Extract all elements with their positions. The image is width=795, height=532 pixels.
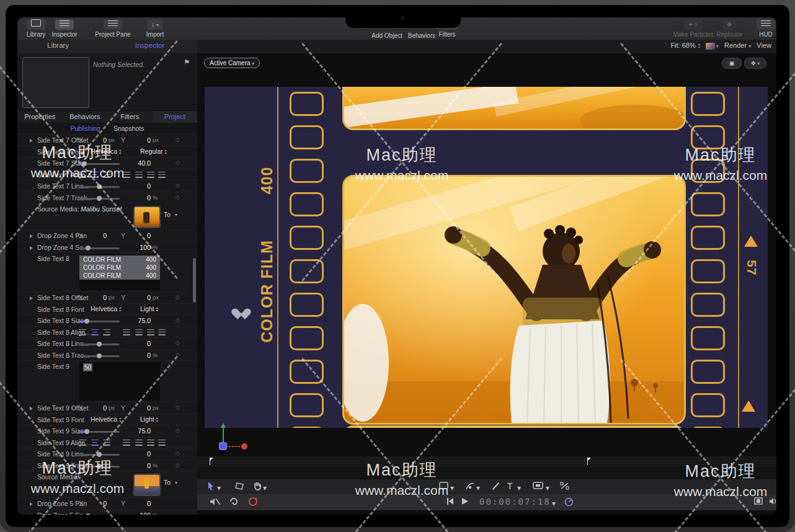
audio-mute-icon[interactable]	[210, 497, 221, 506]
slider-track[interactable]	[79, 454, 120, 456]
keyframe-icon[interactable]: ◇	[175, 159, 180, 166]
slider-track[interactable]	[79, 355, 120, 357]
align-button[interactable]	[123, 440, 131, 446]
slider-track[interactable]	[79, 186, 120, 188]
align-button[interactable]	[91, 440, 99, 446]
tab-properties[interactable]: Properties	[17, 111, 63, 123]
font-face-popup[interactable]: Light▴▾	[140, 415, 161, 423]
slider-track[interactable]	[79, 321, 120, 322]
slider-thumb[interactable]	[97, 342, 102, 347]
tab-project[interactable]: Project	[153, 111, 198, 123]
font-family-popup[interactable]: Helvetica▴▾	[91, 305, 123, 313]
loop-icon[interactable]	[228, 497, 239, 506]
keyframe-icon[interactable]: ◇	[175, 317, 180, 323]
playback-speed-icon[interactable]	[564, 497, 574, 506]
subtab-publishing[interactable]: Publishing	[71, 125, 100, 132]
to-popup[interactable]: To	[164, 211, 171, 218]
align-button[interactable]	[135, 440, 143, 446]
film-frame-icon[interactable]	[754, 497, 763, 505]
slider-track[interactable]	[79, 466, 120, 468]
disclosure-triangle[interactable]	[30, 296, 33, 300]
hand-tool[interactable]	[253, 482, 262, 490]
align-button[interactable]	[91, 329, 99, 335]
tab-inspector[interactable]: Inspector	[135, 42, 164, 49]
align-button[interactable]	[102, 440, 110, 446]
align-button[interactable]	[146, 329, 154, 335]
x-value-field[interactable]: 0	[82, 294, 107, 301]
slider-value-field[interactable]: 100	[126, 512, 151, 515]
align-button[interactable]	[79, 329, 87, 335]
slider-value-field[interactable]: 0	[126, 194, 151, 202]
timeline-marker[interactable]	[587, 458, 588, 465]
disclosure-triangle[interactable]	[30, 502, 33, 506]
slider-value-field[interactable]: 75.0	[126, 317, 151, 324]
align-button[interactable]	[79, 172, 87, 178]
slider-thumb[interactable]	[97, 464, 102, 469]
tab-filters[interactable]: Filters	[107, 111, 153, 123]
keyframe-icon[interactable]: ◇	[175, 136, 180, 143]
shape-tool[interactable]	[439, 482, 448, 489]
slider-value-field[interactable]: 75.0	[126, 427, 151, 435]
font-face-popup[interactable]: Regular▴▾	[140, 148, 169, 155]
pan-view-button[interactable]: ✥ ▾	[744, 58, 766, 69]
text-entry-box[interactable]: 50	[79, 362, 160, 401]
y-value-field[interactable]: 0	[126, 294, 151, 301]
align-button[interactable]	[158, 172, 166, 178]
align-button[interactable]	[158, 329, 166, 335]
align-button[interactable]	[135, 172, 143, 178]
media-thumbnail[interactable]	[133, 474, 161, 496]
render-menu[interactable]: Render ▾	[724, 42, 751, 49]
y-value-field[interactable]: 0	[126, 404, 151, 412]
disclosure-triangle[interactable]	[30, 514, 33, 515]
slice-tool[interactable]	[560, 482, 569, 490]
slider-thumb[interactable]	[97, 196, 102, 201]
slider-track[interactable]	[79, 431, 120, 433]
y-value-field[interactable]: 0	[126, 232, 151, 239]
slider-thumb[interactable]	[97, 353, 102, 358]
pen-tool[interactable]	[465, 482, 475, 490]
mask-tool-chevron[interactable]: ▾	[546, 484, 549, 492]
y-value-field[interactable]: 0	[126, 136, 151, 144]
inspector-button[interactable]: Inspector	[50, 19, 79, 38]
align-button[interactable]	[123, 172, 131, 178]
font-family-popup[interactable]: Helvetica▴▾	[91, 415, 123, 423]
panel-scrollbar[interactable]	[193, 258, 196, 303]
font-family-popup[interactable]: Helvetica▴▾	[91, 148, 123, 155]
align-button[interactable]	[102, 172, 110, 178]
slider-thumb[interactable]	[86, 246, 91, 250]
subtab-snapshots[interactable]: Snapshots	[113, 125, 144, 132]
fit-zoom-control[interactable]: Fit: 68%	[670, 42, 695, 49]
keyframe-icon[interactable]: ◇	[175, 182, 180, 188]
disclosure-triangle[interactable]	[30, 407, 33, 410]
slider-thumb[interactable]	[97, 452, 102, 457]
select-tool[interactable]	[207, 482, 215, 490]
pen-tool-chevron[interactable]: ▾	[476, 484, 480, 492]
play-button[interactable]	[461, 498, 468, 505]
align-button[interactable]	[123, 329, 131, 335]
tab-behaviors[interactable]: Behaviors	[63, 111, 108, 123]
font-face-popup[interactable]: Light▴▾	[140, 305, 161, 313]
library-button[interactable]: Library	[24, 19, 48, 38]
x-value-field[interactable]: 0	[82, 500, 107, 507]
go-to-start-button[interactable]	[446, 498, 454, 505]
keyframe-icon[interactable]: ◇	[175, 340, 180, 346]
keyframe-icon[interactable]: ◇	[175, 462, 180, 468]
keyframe-icon[interactable]: ◇	[175, 450, 180, 456]
shape-tool-chevron[interactable]: ▾	[450, 484, 454, 492]
channel-thumbnail[interactable]	[706, 43, 715, 50]
align-button[interactable]	[102, 329, 110, 335]
align-button[interactable]	[79, 440, 87, 446]
align-button[interactable]	[91, 172, 99, 178]
slider-track[interactable]	[79, 198, 120, 200]
camera-view-button[interactable]: ▣	[722, 58, 742, 69]
slider-track[interactable]	[79, 247, 120, 249]
import-button[interactable]: ↓ ▾ Import	[139, 19, 171, 38]
media-thumbnail[interactable]	[133, 206, 161, 228]
mini-timeline[interactable]	[197, 456, 776, 468]
view-menu[interactable]: View	[757, 42, 771, 49]
align-button[interactable]	[146, 172, 154, 178]
slider-track[interactable]	[79, 344, 120, 345]
x-value-field[interactable]: 0	[82, 404, 107, 412]
keyframe-icon[interactable]: ◇	[175, 194, 180, 200]
slider-value-field[interactable]: 0	[126, 352, 151, 359]
